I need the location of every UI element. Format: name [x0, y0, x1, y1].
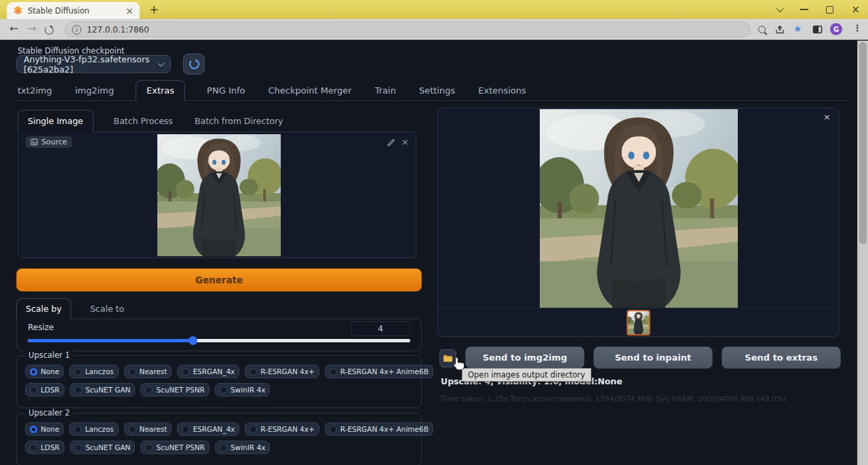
- subtab-single-image[interactable]: Single Image: [18, 110, 94, 132]
- browser-menu-icon[interactable]: ⋮: [853, 23, 862, 33]
- radio-option[interactable]: R-ESRGAN 4x+: [245, 422, 319, 436]
- tab-close-icon[interactable]: ×: [125, 6, 134, 16]
- radio-option[interactable]: SwinIR 4x: [215, 441, 270, 454]
- share-icon[interactable]: [775, 25, 785, 34]
- tab-extras[interactable]: Extras: [136, 80, 185, 101]
- extras-subtabs: Single Image Batch Process Batch from Di…: [18, 108, 303, 132]
- radio-option[interactable]: ScuNET GAN: [70, 383, 136, 397]
- upscaler2-label: Upscaler 2: [25, 408, 73, 418]
- radio-option[interactable]: R-ESRGAN 4x+ Anime6B: [325, 365, 433, 378]
- scale-tabs: Scale by Scale to: [16, 300, 143, 319]
- tab-train[interactable]: Train: [374, 81, 397, 100]
- radio-option[interactable]: ScuNET GAN: [70, 441, 136, 454]
- screen: Stable Diffusion × + × ← → 127.0.0.1:786…: [0, 0, 868, 465]
- radio-icon: [250, 426, 257, 433]
- refresh-icon: [189, 59, 199, 69]
- subtab-batch-process[interactable]: Batch Process: [113, 110, 174, 132]
- site-info-icon[interactable]: [72, 25, 81, 35]
- radio-icon: [330, 368, 337, 376]
- browser-tab[interactable]: Stable Diffusion ×: [7, 2, 140, 19]
- back-icon[interactable]: ←: [9, 22, 18, 35]
- tab-png-info[interactable]: PNG Info: [205, 81, 246, 100]
- send-to-img2img-button[interactable]: Send to img2img: [465, 346, 585, 369]
- resize-label: Resize: [28, 323, 54, 332]
- generate-button[interactable]: Generate: [16, 268, 422, 291]
- maximize-icon[interactable]: [826, 6, 833, 14]
- window-close-icon[interactable]: ×: [851, 5, 860, 15]
- url-text[interactable]: 127.0.0.1:7860: [87, 25, 149, 35]
- checkpoint-value: Anything-V3-fp32.safetensors [625a2ba2]: [24, 54, 159, 75]
- radio-icon: [145, 386, 153, 394]
- radio-icon: [220, 386, 227, 394]
- gradio-page: Stable Diffusion checkpoint Anything-V3-…: [0, 41, 868, 465]
- source-chip: Source: [26, 136, 72, 148]
- tab-scale-by[interactable]: Scale by: [16, 298, 71, 319]
- scrollbar-thumb[interactable]: [859, 42, 867, 244]
- radio-icon: [330, 426, 337, 433]
- radio-option[interactable]: SwinIR 4x: [215, 383, 270, 397]
- reload-icon[interactable]: [45, 26, 54, 35]
- radio-option[interactable]: Lanczos: [69, 365, 118, 378]
- favicon-icon: [13, 5, 23, 16]
- tab-title: Stable Diffusion: [28, 6, 125, 16]
- main-tabbar: txt2img img2img Extras PNG Info Checkpoi…: [16, 80, 849, 101]
- tab-extensions[interactable]: Extensions: [477, 81, 528, 100]
- radio-option[interactable]: ESRGAN_4x: [177, 365, 239, 378]
- side-panel-icon[interactable]: [812, 25, 823, 34]
- radio-icon: [182, 426, 189, 433]
- gallery-close-icon[interactable]: ×: [823, 112, 831, 122]
- subtab-batch-from-directory[interactable]: Batch from Directory: [193, 110, 285, 132]
- radio-icon: [220, 444, 227, 451]
- tab-txt2img[interactable]: txt2img: [16, 81, 54, 100]
- address-bar[interactable]: 127.0.0.1:7860: [64, 22, 751, 37]
- browser-toolbar: ← → 127.0.0.1:7860 ★ G ⋮: [0, 19, 868, 40]
- result-thumbnail[interactable]: [627, 310, 650, 336]
- edit-pencil-icon[interactable]: [387, 138, 395, 146]
- send-to-extras-button[interactable]: Send to extras: [722, 346, 841, 369]
- picture-icon: [31, 138, 38, 146]
- clear-image-icon[interactable]: ×: [401, 138, 409, 146]
- page-scrollbar[interactable]: [857, 41, 868, 465]
- tab-checkpoint-merger[interactable]: Checkpoint Merger: [267, 81, 353, 100]
- upscaler1-group: Upscaler 1 None Lanczos Nearest ESRGAN_4…: [16, 355, 422, 408]
- radio-option[interactable]: LDSR: [25, 441, 64, 454]
- tab-scale-to[interactable]: Scale to: [89, 299, 125, 319]
- radio-option[interactable]: Nearest: [124, 422, 172, 436]
- radio-option[interactable]: ScuNET PSNR: [140, 441, 209, 454]
- send-to-inpaint-button[interactable]: Send to inpaint: [593, 346, 713, 369]
- result-image[interactable]: [540, 109, 738, 308]
- slider-fill: [28, 339, 193, 342]
- browser-titlebar: Stable Diffusion × + ×: [0, 0, 868, 19]
- radio-option[interactable]: R-ESRGAN 4x+: [245, 365, 319, 378]
- tab-img2img[interactable]: img2img: [74, 81, 115, 100]
- tab-settings[interactable]: Settings: [418, 81, 456, 100]
- refresh-checkpoint-button[interactable]: [183, 54, 205, 75]
- forward-icon[interactable]: →: [28, 22, 37, 35]
- search-icon[interactable]: [758, 26, 766, 33]
- profile-avatar[interactable]: G: [830, 23, 842, 35]
- radio-option[interactable]: ESRGAN_4x: [177, 422, 239, 436]
- radio-option[interactable]: None: [25, 365, 64, 378]
- radio-option[interactable]: None: [25, 422, 64, 436]
- resize-value-input[interactable]: 4: [351, 321, 410, 336]
- thumbnail-strip: [439, 308, 838, 337]
- bookmark-star-icon[interactable]: ★: [793, 23, 802, 34]
- source-image-dropzone[interactable]: Source ×: [18, 132, 416, 258]
- radio-option[interactable]: ScuNET PSNR: [140, 383, 209, 397]
- window-chevron-icon[interactable]: [776, 5, 784, 12]
- radio-option[interactable]: Lanczos: [69, 422, 118, 436]
- minimize-icon[interactable]: [800, 9, 808, 10]
- source-image: [157, 134, 281, 256]
- slider-handle[interactable]: [189, 336, 197, 345]
- resize-panel: Resize 4: [16, 319, 422, 351]
- radio-option[interactable]: R-ESRGAN 4x+ Anime6B: [325, 422, 433, 436]
- new-tab-button[interactable]: +: [147, 3, 161, 16]
- radio-icon: [75, 386, 82, 394]
- checkpoint-dropdown[interactable]: Anything-V3-fp32.safetensors [625a2ba2]: [16, 55, 171, 73]
- radio-option[interactable]: Nearest: [124, 365, 172, 378]
- resize-slider[interactable]: [28, 339, 410, 342]
- thumbnail-image: [628, 311, 649, 334]
- tooltip: Open images output directory: [462, 368, 591, 382]
- radio-option[interactable]: LDSR: [25, 383, 64, 397]
- performance-info-text: Time taken: 1.25s Torch active/reserved:…: [441, 395, 786, 403]
